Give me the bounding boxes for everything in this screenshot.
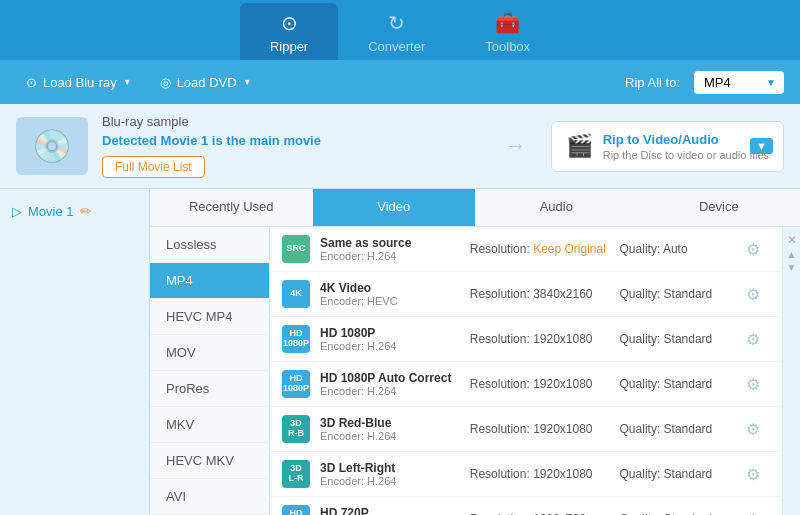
format-quality: Quality: Standard: [620, 377, 736, 391]
format-resolution: Resolution: 3840x2160: [470, 287, 610, 301]
format-settings-icon[interactable]: ⚙: [746, 465, 770, 484]
nav-ripper[interactable]: ⊙ Ripper: [240, 3, 338, 60]
source-info: Blu-ray sample Detected Movie 1 is the m…: [102, 114, 481, 178]
main-area: ▷ Movie 1 ✏ Recently Used Video Audio De…: [0, 189, 800, 515]
format-encoder: Encoder: H.264: [320, 340, 460, 352]
format-name: Same as source: [320, 236, 460, 250]
format-name-col: 3D Left-Right Encoder: H.264: [320, 461, 460, 487]
format-quality: Quality: Standard: [620, 287, 736, 301]
format-encoder: Encoder: H.264: [320, 430, 460, 442]
format-name: HD 720P: [320, 506, 460, 515]
format-row[interactable]: HD 1080P HD 1080P Encoder: H.264 Resolut…: [270, 317, 782, 362]
rip-all-label: Rip All to:: [625, 75, 680, 90]
format-name-col: 3D Red-Blue Encoder: H.264: [320, 416, 460, 442]
format-panel: Recently Used Video Audio Device Lossles…: [150, 189, 800, 515]
top-nav: ⊙ Ripper ↻ Converter 🧰 Toolbox: [0, 0, 800, 60]
detected-text: Detected: [102, 133, 157, 148]
format-badge: 3D R-B: [282, 415, 310, 443]
disc-icon: 💿: [32, 127, 72, 165]
format-badge: SRC: [282, 235, 310, 263]
format-row[interactable]: HD 720P HD 720P Encoder: H.264 Resolutio…: [270, 497, 782, 515]
format-settings-icon[interactable]: ⚙: [746, 420, 770, 439]
movie-label: Movie 1: [28, 204, 74, 219]
close-panel-button[interactable]: ✕: [787, 233, 797, 247]
ripper-icon: ⊙: [281, 11, 298, 35]
format-settings-icon[interactable]: ⚙: [746, 330, 770, 349]
bluray-icon: ⊙: [26, 75, 37, 90]
converter-icon: ↻: [388, 11, 405, 35]
format-settings-icon[interactable]: ⚙: [746, 375, 770, 394]
tab-video[interactable]: Video: [313, 189, 476, 226]
format-badge: HD 720P: [282, 505, 310, 515]
full-movie-list-button[interactable]: Full Movie List: [102, 156, 205, 178]
format-quality: Quality: Standard: [620, 467, 736, 481]
category-avi[interactable]: AVI: [150, 479, 269, 515]
category-prores[interactable]: ProRes: [150, 371, 269, 407]
rip-panel-text: Rip to Video/Audio Rip the Disc to video…: [603, 132, 769, 161]
format-tabs: Recently Used Video Audio Device: [150, 189, 800, 227]
nav-toolbox[interactable]: 🧰 Toolbox: [455, 3, 560, 60]
format-row[interactable]: SRC Same as source Encoder: H.264 Resolu…: [270, 227, 782, 272]
rip-panel-title: Rip to Video/Audio: [603, 132, 769, 147]
format-settings-icon[interactable]: ⚙: [746, 510, 770, 516]
category-mkv[interactable]: MKV: [150, 407, 269, 443]
format-encoder: Encoder: H.264: [320, 385, 460, 397]
format-badge: HD 1080P: [282, 325, 310, 353]
rip-panel-dropdown-arrow[interactable]: ▼: [750, 138, 773, 154]
format-resolution: Resolution: Keep Original: [470, 242, 610, 256]
dvd-icon: ◎: [160, 75, 171, 90]
category-mov[interactable]: MOV: [150, 335, 269, 371]
toolbar: ⊙ Load Blu-ray ▼ ◎ Load DVD ▼ Rip All to…: [0, 60, 800, 104]
tab-device[interactable]: Device: [638, 189, 801, 226]
format-quality: Quality: Standard: [620, 422, 736, 436]
source-title: Blu-ray sample: [102, 114, 481, 129]
left-sidebar: ▷ Movie 1 ✏: [0, 189, 150, 515]
format-name: HD 1080P Auto Correct: [320, 371, 460, 385]
tab-recently-used[interactable]: Recently Used: [150, 189, 313, 226]
format-resolution: Resolution: 1920x1080: [470, 422, 610, 436]
nav-converter[interactable]: ↻ Converter: [338, 3, 455, 60]
format-quality: Quality: Auto: [620, 242, 736, 256]
format-settings-icon[interactable]: ⚙: [746, 285, 770, 304]
rip-all-wrapper: MP4 MKV AVI MOV ▼: [694, 71, 784, 94]
load-dvd-button[interactable]: ◎ Load DVD ▼: [150, 71, 262, 94]
arrow-right-icon: →: [505, 133, 527, 159]
format-badge: HD 1080P: [282, 370, 310, 398]
format-resolution: Resolution: 1920x1080: [470, 467, 610, 481]
rip-panel-subtitle: Rip the Disc to video or audio files: [603, 149, 769, 161]
toolbox-icon: 🧰: [495, 11, 520, 35]
format-resolution: Resolution: 1920x1080: [470, 332, 610, 346]
scroll-down-button[interactable]: ▼: [787, 262, 797, 273]
category-mp4[interactable]: MP4: [150, 263, 269, 299]
nav-ripper-label: Ripper: [270, 39, 308, 54]
format-row[interactable]: 4K 4K Video Encoder: HEVC Resolution: 38…: [270, 272, 782, 317]
format-name-col: HD 1080P Auto Correct Encoder: H.264: [320, 371, 460, 397]
category-hevc-mkv[interactable]: HEVC MKV: [150, 443, 269, 479]
category-hevc-mp4[interactable]: HEVC MP4: [150, 299, 269, 335]
category-sidebar: Lossless MP4 HEVC MP4 MOV ProRes MKV HEV…: [150, 227, 270, 515]
format-badge: 3D L-R: [282, 460, 310, 488]
format-name-col: HD 720P Encoder: H.264: [320, 506, 460, 515]
format-settings-icon[interactable]: ⚙: [746, 240, 770, 259]
format-encoder: Encoder: H.264: [320, 250, 460, 262]
format-name: 3D Left-Right: [320, 461, 460, 475]
format-quality: Quality: Standard: [620, 332, 736, 346]
format-resolution: Resolution: 1920x1080: [470, 377, 610, 391]
format-name: HD 1080P: [320, 326, 460, 340]
scroll-up-button[interactable]: ▲: [787, 249, 797, 260]
format-list-area: Lossless MP4 HEVC MP4 MOV ProRes MKV HEV…: [150, 227, 800, 515]
movie-item[interactable]: ▷ Movie 1 ✏: [0, 197, 149, 225]
movie-name: Movie 1: [161, 133, 209, 148]
format-row[interactable]: HD 1080P HD 1080P Auto Correct Encoder: …: [270, 362, 782, 407]
format-name: 4K Video: [320, 281, 460, 295]
rip-panel[interactable]: 🎬 Rip to Video/Audio Rip the Disc to vid…: [551, 121, 784, 172]
rip-all-select[interactable]: MP4 MKV AVI MOV: [694, 71, 784, 94]
format-row[interactable]: 3D L-R 3D Left-Right Encoder: H.264 Reso…: [270, 452, 782, 497]
load-bluray-button[interactable]: ⊙ Load Blu-ray ▼: [16, 71, 142, 94]
category-lossless[interactable]: Lossless: [150, 227, 269, 263]
disc-icon-wrap: 💿: [16, 117, 88, 175]
tab-audio[interactable]: Audio: [475, 189, 638, 226]
edit-icon[interactable]: ✏: [80, 203, 92, 219]
nav-converter-label: Converter: [368, 39, 425, 54]
format-row[interactable]: 3D R-B 3D Red-Blue Encoder: H.264 Resolu…: [270, 407, 782, 452]
